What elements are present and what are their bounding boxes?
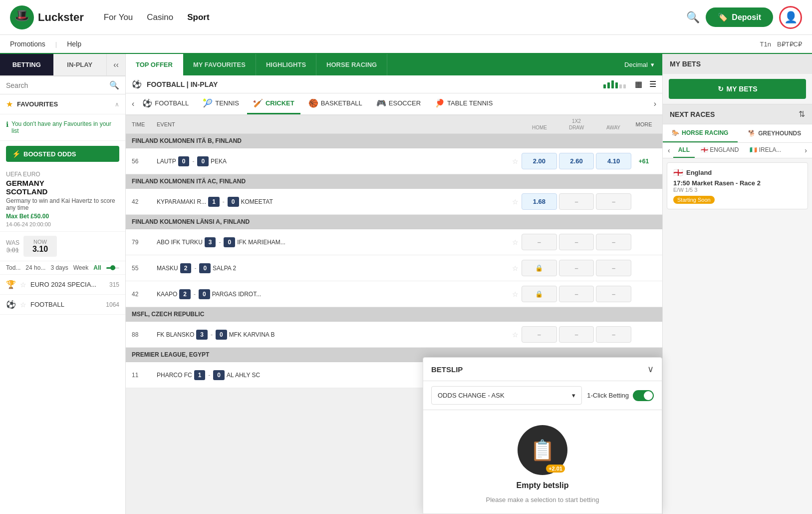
star-icon-football[interactable]: ☆: [20, 301, 26, 309]
star-icon-euro[interactable]: ☆: [20, 281, 26, 289]
odds-draw-button[interactable]: –: [559, 260, 594, 276]
sidebar-item-football[interactable]: ⚽ ☆ FOOTBALL 1064: [0, 295, 125, 315]
odds-away-button[interactable]: –: [596, 286, 631, 302]
tab-horse-racing[interactable]: HORSE RACING: [316, 54, 387, 75]
decimal-selector[interactable]: Decimal ▾: [616, 61, 662, 68]
sport-filter-table-tennis[interactable]: 🏓 TABLE TENNIS: [429, 93, 499, 114]
favourite-button[interactable]: ☆: [512, 290, 519, 298]
promo-card: UEFA EURO GERMANY SCOTLAND Germany to wi…: [0, 167, 125, 232]
sport-filter-cricket[interactable]: 🏏 CRICKET: [247, 93, 300, 114]
more-button[interactable]: +61: [631, 158, 656, 165]
sport-filter-tennis[interactable]: 🎾 TENNIS: [197, 93, 245, 114]
country-all[interactable]: ALL: [673, 143, 695, 158]
odds-draw-button[interactable]: 2.60: [559, 153, 594, 169]
odds-home-button[interactable]: –: [522, 326, 557, 343]
filter-24h[interactable]: 24 ho...: [25, 264, 45, 271]
match-time: 56: [132, 158, 157, 165]
content-tabs: TOP OFFER MY FAVOURITES HIGHLIGHTS HORSE…: [126, 54, 662, 75]
filter-3days[interactable]: 3 days: [50, 264, 68, 271]
odds-now-label: NOW: [32, 239, 48, 245]
odds-away-button[interactable]: –: [596, 260, 631, 276]
team-score-away: 0 PEKA: [197, 156, 227, 166]
sport-filter-next[interactable]: ›: [652, 95, 658, 112]
odds-away-button[interactable]: 4.10: [596, 153, 631, 169]
tab-greyhounds[interactable]: 🐕 GREYHOUNDS: [738, 124, 812, 142]
country-england[interactable]: 🏴󠁧󠁢󠁥󠁮󠁧󠁿 ENGLAND: [696, 143, 744, 158]
odds-away-button[interactable]: –: [596, 193, 631, 210]
odds-draw-button[interactable]: –: [559, 193, 594, 210]
tab-horse-racing[interactable]: 🐎 HORSE RACING: [663, 124, 738, 142]
team-score-home: LAUTP 0: [157, 156, 189, 166]
filter-week[interactable]: Week: [73, 264, 88, 271]
favourite-button[interactable]: ☆: [512, 331, 519, 339]
favourite-button[interactable]: ☆: [512, 264, 519, 272]
nav-casino[interactable]: Casino: [147, 12, 173, 22]
odds-away-button[interactable]: –: [596, 234, 631, 250]
england-flag-icon: 🏴󠁧󠁢󠁥󠁮󠁧󠁿: [701, 146, 708, 153]
starting-badge: Starting Soon: [673, 196, 715, 204]
sport-filter-prev[interactable]: ‹: [130, 95, 136, 112]
sidebar-item-euro[interactable]: 🏆 ☆ EURO 2024 SPECIA... 315: [0, 275, 125, 295]
one-click-toggle[interactable]: [633, 390, 654, 401]
list-view-icon[interactable]: ☰: [649, 79, 656, 89]
sport-count-euro: 315: [109, 281, 119, 288]
odds-change-section: ODDS CHANGE - ASK ▾ 1-Click Betting: [423, 381, 662, 410]
sport-filter-football[interactable]: ⚽ FOOTBALL: [136, 93, 195, 114]
search-input[interactable]: [6, 81, 105, 89]
favourite-button[interactable]: ☆: [512, 238, 519, 246]
collapse-sidebar-button[interactable]: ‹‹: [106, 54, 125, 75]
odds-home-button[interactable]: 🔒: [522, 286, 557, 302]
chevron-down-icon: ▾: [651, 61, 654, 68]
logo-area[interactable]: 🎩 Luckster: [10, 5, 84, 29]
live-indicator: [603, 80, 626, 88]
empty-betslip-desc: Please make a selection to start betting: [486, 496, 599, 504]
time-filters: Tod... 24 ho... 3 days Week All: [0, 261, 125, 275]
odds-home-button[interactable]: 1.68: [522, 193, 557, 210]
nav-for-you[interactable]: For You: [104, 12, 133, 22]
user-avatar[interactable]: 👤: [779, 6, 802, 29]
search-button[interactable]: 🔍: [686, 11, 700, 24]
my-bets-button[interactable]: ↻ MY BETS: [669, 79, 806, 99]
odds-draw-button[interactable]: –: [559, 286, 594, 302]
help-link[interactable]: Help: [67, 40, 81, 48]
favourites-section: ★ FAVOURITES ∧ ℹ You don't have any Favo…: [0, 94, 125, 141]
tab-highlights[interactable]: HIGHLIGHTS: [256, 54, 316, 75]
odds-draw-button[interactable]: –: [559, 326, 594, 343]
country-filter-prev[interactable]: ‹: [665, 143, 673, 157]
odds-away-button[interactable]: –: [596, 326, 631, 343]
filter-all[interactable]: All: [93, 264, 101, 271]
odds-home-button[interactable]: 🔒: [522, 260, 557, 276]
sport-filter-esoccer[interactable]: 🎮 ESOCCER: [370, 93, 427, 114]
chevron-up-icon: ∧: [115, 101, 119, 108]
inplay-title: FOOTBALL | IN-PLAY: [147, 80, 598, 88]
filter-today[interactable]: Tod...: [6, 264, 20, 271]
tab-betting[interactable]: BETTING: [0, 54, 53, 75]
promotions-link[interactable]: Promotions: [10, 40, 45, 48]
favourite-button[interactable]: ☆: [512, 198, 519, 206]
match-event: ABO IFK TURKU 3 - 0 IFK MARIEHAM...: [157, 237, 509, 247]
nav-sport[interactable]: Sport: [187, 12, 209, 22]
sport-filter-basketball[interactable]: 🏀 BASKETBALL: [302, 93, 368, 114]
odds-home-button[interactable]: –: [522, 234, 557, 250]
sport-icon-football: ⚽: [6, 300, 16, 309]
country-ireland[interactable]: 🇮🇪 IRELA...: [745, 143, 786, 158]
betslip-header[interactable]: BETSLIP ∨: [423, 358, 662, 381]
odds-home-button[interactable]: 2.00: [522, 153, 557, 169]
filter-icon[interactable]: ⇅: [799, 109, 805, 119]
deposit-button[interactable]: 🏷️ Deposit: [706, 7, 773, 27]
favourites-header[interactable]: ★ FAVOURITES ∧: [0, 94, 125, 114]
country-filter-next[interactable]: ›: [802, 143, 810, 157]
odds-was-label: WAS: [6, 239, 19, 246]
grid-view-icon[interactable]: ▦: [635, 79, 642, 89]
match-event: MASKU 2 - 0 SALPA 2: [157, 263, 509, 273]
tab-in-play[interactable]: IN-PLAY: [53, 54, 107, 75]
boosted-odds-button[interactable]: ⚡ BOOSTED ODDS: [6, 146, 119, 162]
favourite-button[interactable]: ☆: [512, 157, 519, 165]
tab-top-offer[interactable]: TOP OFFER: [126, 54, 183, 75]
header-event: EVENT: [157, 121, 522, 127]
league-header-finland-b: FINLAND KOLMONEN ITÄ B, FINLAND: [126, 134, 662, 148]
odds-draw-button[interactable]: –: [559, 234, 594, 250]
race-card: 🏴󠁧󠁢󠁥󠁮󠁧󠁿 England 17:50 Market Rasen - Rac…: [667, 162, 808, 209]
tab-my-favourites[interactable]: MY FAVOURITES: [183, 54, 256, 75]
odds-change-dropdown[interactable]: ODDS CHANGE - ASK ▾: [431, 386, 582, 405]
